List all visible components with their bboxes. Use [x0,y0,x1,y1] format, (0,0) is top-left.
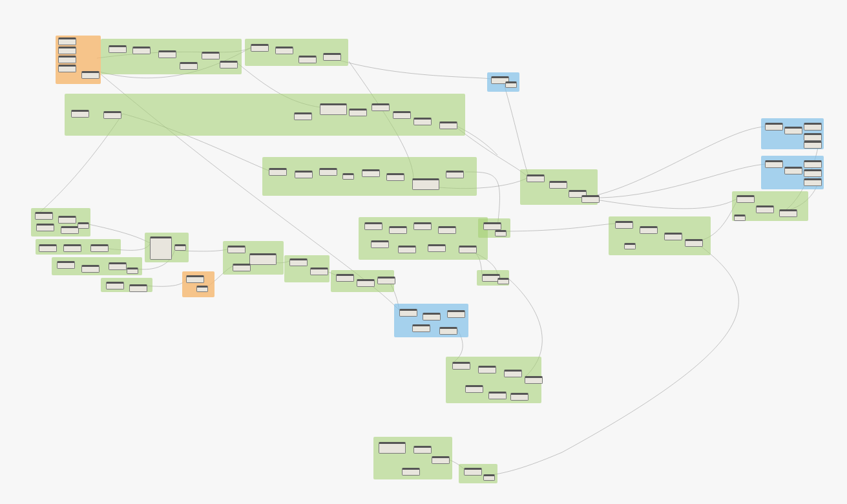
node[interactable] [527,174,545,182]
node[interactable] [186,275,204,283]
node[interactable] [371,240,389,248]
node[interactable] [804,133,822,141]
node[interactable] [103,111,121,119]
node[interactable] [640,226,658,234]
node[interactable] [180,62,198,70]
node[interactable] [497,278,509,284]
node[interactable] [377,277,395,284]
node[interactable] [357,279,375,287]
node[interactable] [71,110,89,118]
node[interactable] [393,111,411,119]
node[interactable] [174,244,186,251]
node[interactable] [251,44,269,52]
node[interactable] [35,212,53,220]
node[interactable] [504,370,522,377]
node[interactable] [423,313,441,320]
node[interactable] [779,209,797,217]
node[interactable] [804,178,822,186]
node[interactable] [81,265,99,273]
node[interactable] [379,442,406,454]
node[interactable] [412,324,430,332]
node[interactable] [106,282,124,289]
node[interactable] [129,284,147,292]
node[interactable] [439,121,457,129]
node[interactable] [202,52,220,59]
node[interactable] [58,65,76,72]
node[interactable] [349,109,367,116]
node[interactable] [505,81,517,88]
node[interactable] [483,474,495,481]
node[interactable] [90,244,109,252]
node[interactable] [386,173,404,181]
node[interactable] [412,178,439,190]
node[interactable] [438,226,456,234]
node[interactable] [298,56,317,63]
node[interactable] [78,222,89,229]
node[interactable] [371,103,390,111]
node[interactable] [233,264,251,271]
node[interactable] [269,168,287,176]
node[interactable] [320,103,347,115]
node[interactable] [784,127,802,134]
node[interactable] [319,168,337,176]
node[interactable] [734,215,746,221]
node[interactable] [196,286,208,292]
node[interactable] [294,112,312,120]
node[interactable] [58,47,76,54]
node[interactable] [510,393,528,401]
node[interactable] [158,50,176,58]
node[interactable] [61,226,79,234]
node[interactable] [624,243,636,249]
node[interactable] [459,246,477,253]
node[interactable] [220,61,238,68]
node[interactable] [275,47,293,54]
node[interactable] [398,246,416,253]
node[interactable] [452,362,470,370]
node[interactable] [581,195,600,203]
node[interactable] [737,195,755,203]
node[interactable] [39,244,57,252]
node[interactable] [323,53,341,61]
node[interactable] [58,37,76,45]
node[interactable] [127,268,138,274]
node[interactable] [132,47,151,54]
node[interactable] [57,261,75,269]
node[interactable] [784,167,802,174]
node[interactable] [289,258,308,266]
node[interactable] [525,376,543,384]
node[interactable] [227,246,246,253]
node[interactable] [804,141,822,149]
node[interactable] [804,160,822,168]
node[interactable] [413,118,432,125]
node[interactable] [428,244,446,252]
node[interactable] [615,221,633,229]
group-g2[interactable] [245,39,348,66]
node[interactable] [446,171,464,178]
node[interactable] [58,56,76,63]
node[interactable] [389,226,407,234]
node[interactable] [109,262,127,270]
node[interactable] [362,169,380,177]
node[interactable] [765,160,783,168]
node[interactable] [478,366,496,373]
node[interactable] [295,171,313,178]
node[interactable] [804,169,822,177]
node[interactable] [432,456,450,464]
node[interactable] [447,310,465,318]
node[interactable] [402,468,420,476]
node[interactable] [756,205,774,213]
node[interactable] [413,446,432,454]
node[interactable] [549,181,567,189]
node[interactable] [804,123,822,131]
node[interactable] [488,392,507,399]
node[interactable] [310,268,328,275]
node[interactable] [464,468,482,476]
node[interactable] [249,253,277,265]
node[interactable] [336,274,354,282]
node[interactable] [109,45,127,53]
node[interactable] [765,123,783,131]
node[interactable] [342,173,354,180]
node[interactable] [664,233,682,240]
node[interactable] [483,222,501,230]
node[interactable] [58,216,76,224]
